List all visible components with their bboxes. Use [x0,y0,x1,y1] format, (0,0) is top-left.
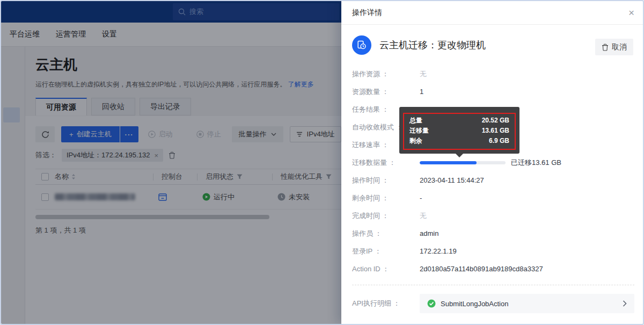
tooltip-row-migrated: 迁移量 13.61 GB [409,126,509,136]
tooltip-row-remaining: 剩余 6.9 GB [409,136,509,146]
vm-migration-icon [352,35,371,55]
operation-detail-panel: 操作详情 × 云主机迁移：更改物理机 取消 操作资源 ： 无 资源数量 ： 1 [341,1,644,324]
cancel-button[interactable]: 取消 [595,39,633,55]
api-detail-row: API执行明细 ： SubmitLongJobAction [352,294,634,313]
api-action-name: SubmitLongJobAction [441,300,508,308]
api-detail-item[interactable]: SubmitLongJobAction [420,294,634,313]
field-operation-resource: 操作资源 ： 无 [352,65,634,83]
field-migration-data: 迁移数据量 ： 已迁移13.61 GB [352,154,634,171]
chevron-right-icon[interactable] [623,300,627,307]
close-icon[interactable]: × [628,8,634,18]
field-operation-time: 操作时间 ： 2023-04-11 15:44:27 [352,171,634,189]
field-login-ip: 登录IP ： 172.22.1.19 [352,242,634,260]
dashed-divider [352,285,634,285]
modal-dim-overlay [1,1,341,324]
operation-title: 云主机迁移：更改物理机 [379,39,486,52]
field-finish-time: 完成时间 ： 无 [352,207,634,225]
app-window: 搜索 平台运维 运营管理 设置 云主机 运行在物理机上的虚拟机实例，具有独立的I… [0,0,644,325]
field-action-id: Action ID ： 2d0180a57a114b0891ab9189cd8a… [352,260,634,278]
tooltip-highlight-box: 总量 20.52 GB 迁移量 13.61 GB 剩余 6.9 GB [403,113,516,150]
field-operator: 操作员 ： admin [352,225,634,242]
detail-fields: 操作资源 ： 无 资源数量 ： 1 任务结果 ： 自动收敛模式 ： 迁移速率 ：… [341,58,644,278]
field-remaining-time: 剩余时间 ： - [352,189,634,207]
success-check-icon [427,299,436,308]
panel-title: 操作详情 [352,8,382,18]
progress-fill [420,161,477,164]
migration-progress-label: 已迁移13.61 GB [511,158,561,168]
trash-icon [602,44,609,51]
field-resource-count: 资源数量 ： 1 [352,83,634,100]
panel-header: 操作详情 × [341,1,644,25]
tooltip-row-total: 总量 20.52 GB [409,115,509,126]
migration-progress-bar [420,161,506,164]
migration-stats-tooltip: 总量 20.52 GB 迁移量 13.61 GB 剩余 6.9 GB [399,107,519,154]
